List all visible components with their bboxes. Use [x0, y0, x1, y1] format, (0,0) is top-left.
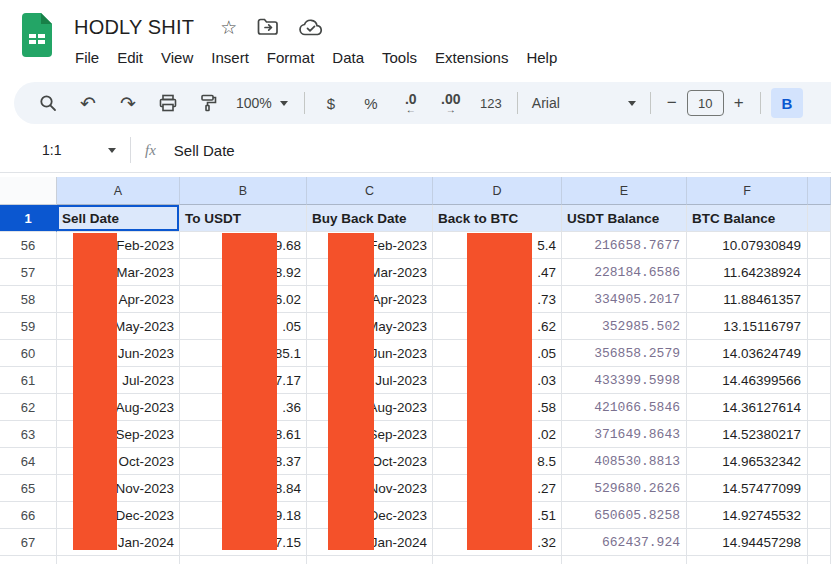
row-header-57[interactable]: 57 [0, 259, 57, 286]
cell-e65[interactable]: 529680.2626 [562, 475, 687, 502]
menu-extensions[interactable]: Extensions [426, 47, 517, 68]
column-header-b[interactable]: B [180, 177, 307, 205]
print-icon[interactable] [148, 87, 188, 119]
zoom-control[interactable]: 100% [236, 95, 288, 111]
cell-e60[interactable]: 356858.2579 [562, 340, 687, 367]
decrease-decimal-button[interactable]: .0← [391, 87, 431, 119]
cell-g66[interactable] [808, 502, 831, 529]
row-header-56[interactable]: 56 [0, 232, 57, 259]
cell-e59[interactable]: 352985.502 [562, 313, 687, 340]
cell-f68[interactable] [687, 556, 808, 564]
cell-f59[interactable]: 13.15116797 [687, 313, 808, 340]
sheets-logo-icon[interactable] [20, 12, 54, 58]
cell-g64[interactable] [808, 448, 831, 475]
cell-g59[interactable] [808, 313, 831, 340]
cell-e56[interactable]: 216658.7677 [562, 232, 687, 259]
column-header-f[interactable]: F [687, 177, 808, 205]
cell-e61[interactable]: 433399.5998 [562, 367, 687, 394]
column-header-d[interactable]: D [433, 177, 562, 205]
header-cell-a1[interactable]: Sell Date [57, 205, 180, 232]
cell-g65[interactable] [808, 475, 831, 502]
cell-e68[interactable] [562, 556, 687, 564]
row-header-66[interactable]: 66 [0, 502, 57, 529]
row-header-59[interactable]: 59 [0, 313, 57, 340]
cell-g60[interactable] [808, 340, 831, 367]
header-cell-e1[interactable]: USDT Balance [562, 205, 687, 232]
cell-c68[interactable] [307, 556, 433, 564]
cell-e57[interactable]: 228184.6586 [562, 259, 687, 286]
header-cell-b1[interactable]: To USDT [180, 205, 307, 232]
row-header-65[interactable]: 65 [0, 475, 57, 502]
cell-f57[interactable]: 11.64238924 [687, 259, 808, 286]
redo-icon[interactable]: ↷ [108, 87, 148, 119]
cell-f62[interactable]: 14.36127614 [687, 394, 808, 421]
bold-button[interactable]: B [771, 88, 803, 118]
menu-format[interactable]: Format [258, 47, 324, 68]
cell-a68[interactable] [57, 556, 180, 564]
cell-g67[interactable] [808, 529, 831, 556]
cell-g57[interactable] [808, 259, 831, 286]
search-icon[interactable] [28, 87, 68, 119]
cell-f64[interactable]: 14.96532342 [687, 448, 808, 475]
menu-file[interactable]: File [66, 47, 108, 68]
row-header-64[interactable]: 64 [0, 448, 57, 475]
star-icon[interactable]: ☆ [220, 18, 237, 37]
cell-g56[interactable] [808, 232, 831, 259]
cell-f61[interactable]: 14.46399566 [687, 367, 808, 394]
row-header-62[interactable]: 62 [0, 394, 57, 421]
cell-g58[interactable] [808, 286, 831, 313]
cloud-saved-icon[interactable] [299, 19, 323, 36]
formula-input[interactable]: Sell Date [174, 142, 235, 159]
column-header-c[interactable]: C [307, 177, 433, 205]
cell-g63[interactable] [808, 421, 831, 448]
cell-f60[interactable]: 14.03624749 [687, 340, 808, 367]
menu-data[interactable]: Data [323, 47, 373, 68]
increase-decimal-button[interactable]: .00→ [431, 87, 471, 119]
cell-f65[interactable]: 14.57477099 [687, 475, 808, 502]
cell-f58[interactable]: 11.88461357 [687, 286, 808, 313]
row-header-63[interactable]: 63 [0, 421, 57, 448]
document-title[interactable]: HODLY SHIT [74, 16, 194, 39]
cell-g61[interactable] [808, 367, 831, 394]
cell-e58[interactable]: 334905.2017 [562, 286, 687, 313]
paint-format-icon[interactable] [188, 87, 228, 119]
undo-icon[interactable]: ↶ [68, 87, 108, 119]
cell-e64[interactable]: 408530.8813 [562, 448, 687, 475]
move-to-folder-icon[interactable] [257, 18, 279, 36]
row-header-60[interactable]: 60 [0, 340, 57, 367]
cell-f66[interactable]: 14.92745532 [687, 502, 808, 529]
cell-e62[interactable]: 421066.5846 [562, 394, 687, 421]
menu-tools[interactable]: Tools [373, 47, 426, 68]
increase-font-size-button[interactable]: + [724, 93, 754, 113]
cell-e67[interactable]: 662437.924 [562, 529, 687, 556]
cell-e63[interactable]: 371649.8643 [562, 421, 687, 448]
cell-e66[interactable]: 650605.8258 [562, 502, 687, 529]
select-all-corner[interactable] [0, 177, 57, 205]
percent-format-button[interactable]: % [351, 87, 391, 119]
column-header-e[interactable]: E [562, 177, 687, 205]
menu-view[interactable]: View [152, 47, 202, 68]
number-format-button[interactable]: 123 [471, 87, 511, 119]
header-cell-f1[interactable]: BTC Balance [687, 205, 808, 232]
decrease-font-size-button[interactable]: − [657, 93, 687, 113]
cell-g62[interactable] [808, 394, 831, 421]
row-header-61[interactable]: 61 [0, 367, 57, 394]
row-header-68[interactable]: 68 [0, 556, 57, 564]
name-box[interactable]: 1:1 [0, 142, 130, 158]
cell-f56[interactable]: 10.07930849 [687, 232, 808, 259]
menu-help[interactable]: Help [517, 47, 566, 68]
font-size-input[interactable]: 10 [687, 90, 724, 116]
menu-insert[interactable]: Insert [202, 47, 258, 68]
header-cell-c1[interactable]: Buy Back Date [307, 205, 433, 232]
header-cell-d1[interactable]: Back to BTC [433, 205, 562, 232]
column-header-g[interactable] [808, 177, 831, 205]
cell-g68[interactable] [808, 556, 831, 564]
currency-format-button[interactable]: $ [311, 87, 351, 119]
header-cell-g1[interactable] [808, 205, 831, 232]
font-selector[interactable]: Arial [532, 95, 636, 111]
cell-d68[interactable] [433, 556, 562, 564]
cell-b68[interactable] [180, 556, 307, 564]
row-header-58[interactable]: 58 [0, 286, 57, 313]
column-header-a[interactable]: A [57, 177, 180, 205]
menu-edit[interactable]: Edit [108, 47, 152, 68]
